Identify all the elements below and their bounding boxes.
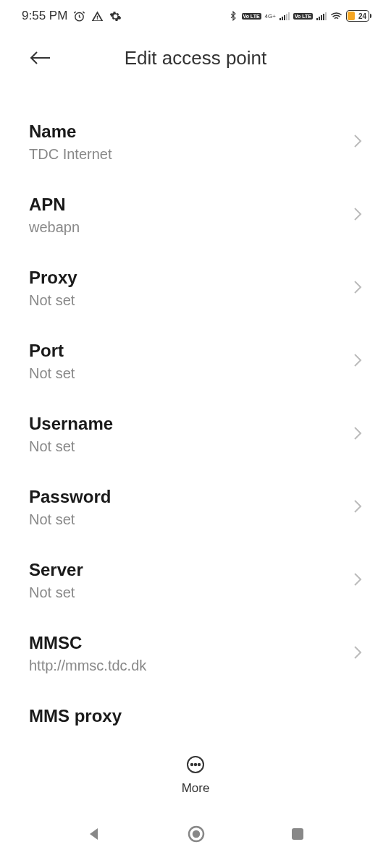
chevron-right-icon (353, 426, 362, 443)
battery-icon: 24 (346, 10, 369, 22)
item-proxy[interactable]: Proxy Not set (29, 252, 362, 325)
gear-icon (109, 10, 122, 22)
svg-point-6 (193, 831, 199, 837)
item-value: Not set (29, 292, 77, 309)
item-apn[interactable]: APN webapn (29, 179, 362, 252)
more-icon (186, 755, 205, 777)
item-label: Password (29, 487, 111, 507)
chevron-right-icon (353, 280, 362, 297)
svg-point-3 (195, 764, 196, 765)
svg-point-2 (191, 764, 193, 765)
more-button[interactable]: More (0, 748, 391, 810)
item-value: http://mmsc.tdc.dk (29, 658, 146, 674)
network-type: 4G+ (265, 13, 276, 20)
volte-badge-1: Vo LTE (242, 13, 261, 20)
item-label: APN (29, 195, 80, 215)
item-name[interactable]: Name TDC Internet (29, 106, 362, 179)
nav-home-button[interactable] (187, 825, 206, 846)
settings-list: Name TDC Internet APN webapn Proxy Not s… (0, 84, 391, 742)
battery-level: 24 (358, 12, 366, 20)
svg-point-4 (198, 764, 200, 765)
item-username[interactable]: Username Not set (29, 398, 362, 471)
item-label: Server (29, 560, 83, 580)
warning-icon (91, 10, 104, 22)
wifi-icon (330, 10, 342, 22)
header: Edit access point (0, 32, 391, 84)
bottom-bar: More (0, 741, 391, 868)
status-time: 9:55 PM (22, 9, 67, 23)
bluetooth-icon (228, 11, 238, 21)
status-right: Vo LTE 4G+ Vo LTE 24 (228, 10, 370, 22)
item-label: MMS proxy (29, 706, 122, 726)
signal-bars-1 (279, 12, 290, 20)
item-label: MMSC (29, 633, 146, 653)
item-value: webapn (29, 219, 80, 236)
page-title: Edit access point (125, 47, 267, 69)
item-label: Port (29, 341, 75, 361)
signal-bars-2 (316, 12, 327, 20)
item-server[interactable]: Server Not set (29, 544, 362, 617)
item-value: Not set (29, 438, 113, 455)
item-label: Username (29, 414, 113, 434)
status-left: 9:55 PM (22, 9, 122, 23)
more-label: More (182, 781, 210, 796)
item-port[interactable]: Port Not set (29, 325, 362, 398)
item-label: Proxy (29, 268, 77, 288)
navigation-bar (0, 810, 391, 868)
nav-recent-button[interactable] (290, 827, 305, 844)
item-value: Not set (29, 584, 83, 601)
chevron-right-icon (353, 134, 362, 151)
chevron-right-icon (353, 645, 362, 663)
chevron-right-icon (353, 499, 362, 516)
volte-badge-2: Vo LTE (293, 13, 313, 20)
item-value: Not set (29, 511, 111, 528)
item-mmsc[interactable]: MMSC http://mmsc.tdc.dk (29, 617, 362, 690)
chevron-right-icon (353, 207, 362, 224)
item-password[interactable]: Password Not set (29, 471, 362, 544)
alarm-icon (73, 10, 85, 22)
item-value: TDC Internet (29, 146, 112, 163)
nav-back-button[interactable] (86, 826, 102, 845)
svg-rect-7 (292, 828, 303, 840)
item-mms-proxy[interactable]: MMS proxy (29, 690, 362, 742)
chevron-right-icon (353, 353, 362, 370)
status-bar: 9:55 PM Vo LTE 4G+ Vo LTE 24 (0, 0, 391, 32)
back-button[interactable] (29, 46, 52, 69)
item-value: Not set (29, 365, 75, 382)
item-label: Name (29, 122, 112, 142)
chevron-right-icon (353, 572, 362, 590)
